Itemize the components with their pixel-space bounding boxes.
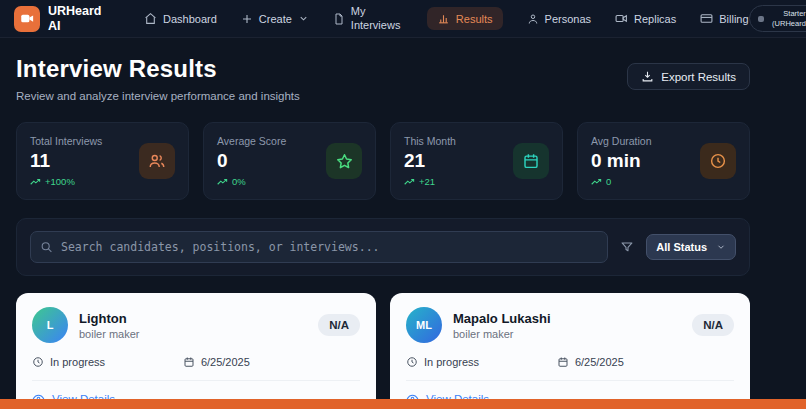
brand[interactable]: URHeard AI <box>14 4 104 33</box>
result-card-lighton: L Lighton boiler maker N/A In progress <box>16 293 376 409</box>
nav-label-replicas: Replicas <box>634 13 676 25</box>
stat-trend: 0% <box>217 176 326 187</box>
status-filter-dropdown[interactable]: All Status <box>646 234 736 260</box>
nav-item-create[interactable]: Create <box>241 13 309 25</box>
stat-value: 0 min <box>591 150 700 172</box>
chevron-down-icon <box>716 242 726 252</box>
nav-item-results[interactable]: Results <box>427 7 503 30</box>
search-filter-panel: All Status <box>16 218 750 276</box>
search-icon <box>40 241 53 254</box>
score-badge: N/A <box>692 314 734 336</box>
plan-badge-label: Starter (URHeard AI) <box>770 9 806 29</box>
date-item: 6/25/2025 <box>557 356 624 368</box>
stat-label: This Month <box>404 135 513 147</box>
export-results-label: Export Results <box>661 71 736 83</box>
main-content: Interview Results Review and analyze int… <box>0 55 806 409</box>
trending-up-icon <box>404 177 415 186</box>
stat-card-average-score: Average Score 0 0% <box>203 122 376 200</box>
person-icon <box>527 13 539 25</box>
nav-label-personas: Personas <box>545 13 591 25</box>
result-card-mapalo-lukashi: ML Mapalo Lukashi boiler maker N/A In pr… <box>390 293 750 409</box>
status-item: In progress <box>406 356 557 368</box>
chevron-down-icon <box>298 13 309 24</box>
plus-icon <box>241 13 253 25</box>
search-box <box>30 231 608 263</box>
nav-item-dashboard[interactable]: Dashboard <box>144 12 217 25</box>
bottom-accent-bar <box>0 399 806 409</box>
users-icon <box>139 143 175 179</box>
candidate-position: boiler maker <box>453 328 551 340</box>
status-filter-value: All Status <box>656 241 707 253</box>
stat-label: Avg Duration <box>591 135 700 147</box>
stat-value: 11 <box>30 150 139 172</box>
stat-card-total-interviews: Total Interviews 11 +100% <box>16 122 189 200</box>
nav-label-my-interviews: My Interviews <box>351 5 403 31</box>
app-logo <box>14 6 40 32</box>
star-icon <box>326 143 362 179</box>
results-grid: L Lighton boiler maker N/A In progress <box>16 293 750 409</box>
candidate-name: Lighton <box>79 311 140 326</box>
stat-label: Average Score <box>217 135 326 147</box>
home-icon <box>144 12 157 25</box>
nav-right: Starter (URHeard AI) <box>749 5 806 33</box>
stat-trend: +100% <box>30 176 139 187</box>
plan-badge[interactable]: Starter (URHeard AI) <box>749 5 806 33</box>
stat-label: Total Interviews <box>30 135 139 147</box>
nav-label-create: Create <box>259 13 292 25</box>
nav-item-replicas[interactable]: Replicas <box>615 12 676 25</box>
top-nav: URHeard AI Dashboard Create My Interview… <box>0 0 806 38</box>
clock-icon <box>406 356 418 368</box>
video-camera-icon <box>20 11 35 26</box>
nav-item-personas[interactable]: Personas <box>527 13 591 25</box>
stat-card-avg-duration: Avg Duration 0 min 0 <box>577 122 750 200</box>
nav-item-billing[interactable]: Billing <box>700 12 748 25</box>
page-subtitle: Review and analyze interview performance… <box>16 90 300 102</box>
download-icon <box>641 70 654 83</box>
search-input[interactable] <box>30 231 608 263</box>
trending-up-icon <box>30 177 41 186</box>
status-text: In progress <box>424 356 479 368</box>
stats-row: Total Interviews 11 +100% Average Score … <box>16 122 750 200</box>
trending-up-icon <box>217 177 228 186</box>
calendar-icon <box>183 356 195 368</box>
stat-trend: +21 <box>404 176 513 187</box>
date-text: 6/25/2025 <box>201 356 250 368</box>
credit-card-icon <box>700 12 713 25</box>
candidate-position: boiler maker <box>79 328 140 340</box>
score-badge: N/A <box>318 314 360 336</box>
plan-dot-icon <box>758 16 764 22</box>
clock-icon <box>32 356 44 368</box>
nav-label-billing: Billing <box>719 13 748 25</box>
date-item: 6/25/2025 <box>183 356 250 368</box>
stat-trend: 0 <box>591 176 700 187</box>
page-title: Interview Results <box>16 55 300 83</box>
nav-items: Dashboard Create My Interviews Results <box>144 5 749 31</box>
status-item: In progress <box>32 356 183 368</box>
page-header: Interview Results Review and analyze int… <box>16 55 750 102</box>
bar-chart-icon <box>437 12 450 25</box>
replica-camera-icon <box>615 12 628 25</box>
brand-name: URHeard AI <box>48 4 104 33</box>
stat-value: 0 <box>217 150 326 172</box>
document-icon <box>333 13 345 25</box>
nav-item-my-interviews[interactable]: My Interviews <box>333 5 403 31</box>
status-text: In progress <box>50 356 105 368</box>
clock-icon <box>700 143 736 179</box>
calendar-icon <box>513 143 549 179</box>
stat-value: 21 <box>404 150 513 172</box>
nav-label-dashboard: Dashboard <box>163 13 217 25</box>
candidate-name: Mapalo Lukashi <box>453 311 551 326</box>
filter-funnel-icon[interactable] <box>620 240 634 254</box>
calendar-icon <box>557 356 569 368</box>
avatar: ML <box>406 307 442 343</box>
trending-up-icon <box>591 177 602 186</box>
avatar: L <box>32 307 68 343</box>
date-text: 6/25/2025 <box>575 356 624 368</box>
nav-label-results: Results <box>456 13 493 25</box>
stat-card-this-month: This Month 21 +21 <box>390 122 563 200</box>
export-results-button[interactable]: Export Results <box>627 63 750 90</box>
